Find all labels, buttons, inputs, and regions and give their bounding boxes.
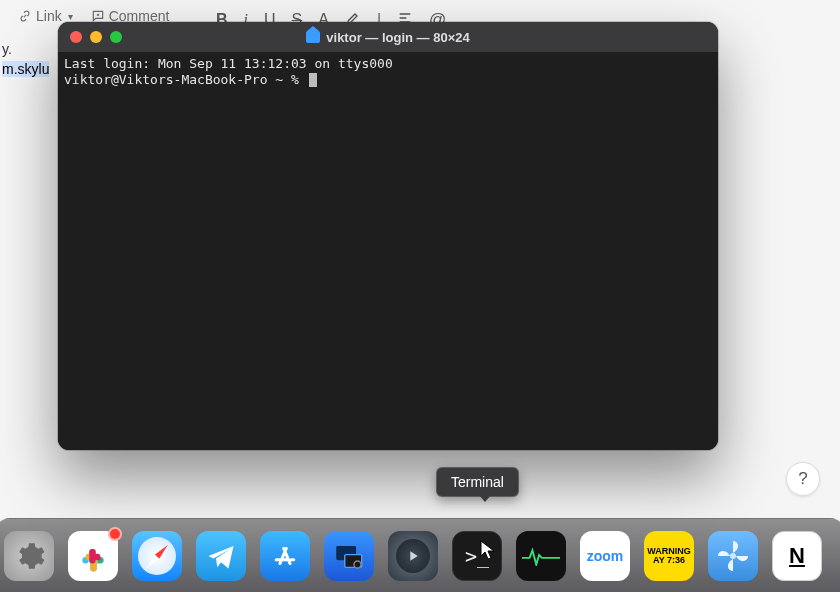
screens-icon: [332, 539, 366, 573]
background-doc-text: y. m.skylu: [0, 40, 49, 79]
dock-fan-control[interactable]: [708, 531, 758, 581]
dock-tooltip: Terminal: [436, 467, 519, 497]
paper-plane-icon: [206, 541, 236, 571]
terminal-icon: >_: [465, 544, 489, 568]
traffic-lights: [70, 31, 122, 43]
svg-point-3: [730, 553, 736, 559]
warning-line2: AY 7:36: [653, 556, 685, 565]
dock-telegram[interactable]: [196, 531, 246, 581]
notion-icon: N: [789, 543, 805, 569]
terminal-window[interactable]: viktor — login — 80×24 Last login: Mon S…: [58, 22, 718, 450]
dock-terminal[interactable]: >_: [452, 531, 502, 581]
dock-system-settings[interactable]: [4, 531, 54, 581]
shell-prompt: viktor@Viktors-MacBook-Pro ~ %: [64, 72, 307, 87]
titlebar[interactable]: viktor — login — 80×24: [58, 22, 718, 52]
dock-app-store[interactable]: [260, 531, 310, 581]
terminal-cursor: [309, 73, 317, 87]
heartbeat-icon: [522, 546, 560, 566]
appstore-icon: [270, 541, 300, 571]
terminal-body[interactable]: Last login: Mon Sep 11 13:12:03 on ttys0…: [58, 52, 718, 450]
zoom-label: zoom: [587, 548, 624, 564]
close-button[interactable]: [70, 31, 82, 43]
dock-tooltip-label: Terminal: [451, 474, 504, 490]
help-icon: ?: [798, 469, 807, 489]
dock-quicktime[interactable]: [388, 531, 438, 581]
doc-line1: y.: [2, 40, 49, 60]
link-icon: [18, 9, 32, 23]
window-title-text: viktor — login — 80×24: [326, 30, 469, 45]
dock-activity-monitor[interactable]: [516, 531, 566, 581]
doc-line2-selection[interactable]: m.skylu: [2, 61, 49, 77]
compass-icon: [138, 537, 176, 575]
comment-icon: [91, 9, 105, 23]
folder-home-icon: [306, 31, 320, 43]
dock-notion[interactable]: N: [772, 531, 822, 581]
dock-warning-app[interactable]: WARNING AY 7:36: [644, 531, 694, 581]
toolbar-link-label: Link: [36, 8, 62, 24]
quicktime-icon: [396, 539, 430, 573]
dock-zoom[interactable]: zoom: [580, 531, 630, 581]
help-button[interactable]: ?: [786, 462, 820, 496]
last-login-line: Last login: Mon Sep 11 13:12:03 on ttys0…: [64, 56, 393, 71]
dock-safari[interactable]: [132, 531, 182, 581]
dock-slack[interactable]: [68, 531, 118, 581]
notification-badge: [108, 527, 122, 541]
slack-icon: [77, 540, 109, 572]
minimize-button[interactable]: [90, 31, 102, 43]
gear-icon: [12, 539, 46, 573]
fan-icon: [715, 538, 751, 574]
dock: >_ zoom WARNING AY 7:36 N: [0, 518, 840, 592]
fullscreen-button[interactable]: [110, 31, 122, 43]
window-title: viktor — login — 80×24: [58, 30, 718, 45]
svg-point-2: [354, 560, 361, 567]
dock-screen-sharing[interactable]: [324, 531, 374, 581]
